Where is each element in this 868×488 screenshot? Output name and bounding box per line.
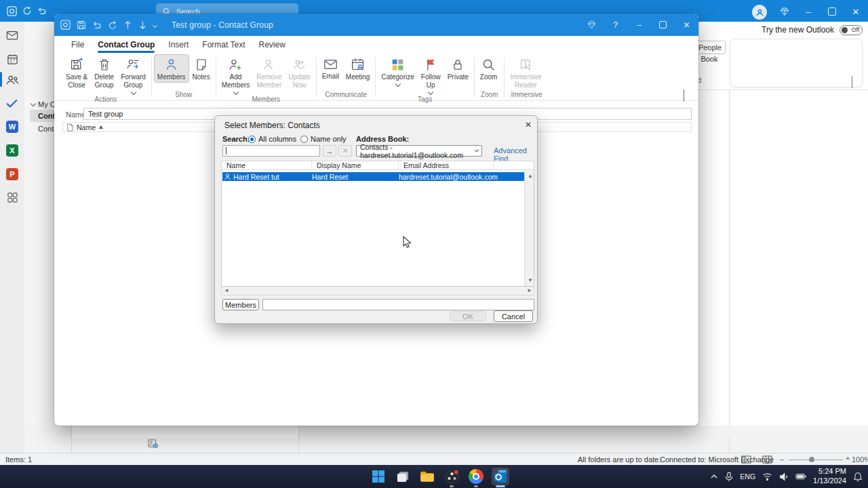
- scroll-down-icon[interactable]: ▼: [528, 278, 533, 283]
- main-maximize-button[interactable]: [825, 5, 839, 18]
- radio-all-columns[interactable]: [248, 136, 256, 143]
- tab-file[interactable]: File: [64, 37, 91, 54]
- save-close-button[interactable]: Save & Close: [62, 54, 91, 91]
- start-button[interactable]: [370, 468, 387, 485]
- window-gem-icon[interactable]: [580, 14, 604, 36]
- help-button[interactable]: ?: [604, 14, 627, 36]
- tab-contact-group[interactable]: Contact Group: [91, 37, 161, 54]
- zoom-out-button[interactable]: –: [780, 455, 784, 463]
- radio-all-columns-label[interactable]: All columns: [258, 135, 296, 143]
- connection-status: Connected to: Microsoft Exchange: [660, 455, 774, 464]
- dialog-close-button[interactable]: ✕: [521, 119, 535, 131]
- undo-icon[interactable]: [92, 20, 102, 30]
- main-minimize-button[interactable]: –: [802, 5, 815, 18]
- results-table-header[interactable]: Name Display Name Email Address: [221, 161, 534, 170]
- column-name[interactable]: Name: [222, 161, 311, 169]
- members-input[interactable]: [262, 299, 534, 310]
- layout-columns-icon[interactable]: [762, 455, 772, 464]
- tray-chevron-up-icon[interactable]: [710, 473, 718, 480]
- radio-name-only[interactable]: [300, 136, 308, 143]
- radio-name-only-label[interactable]: Name only: [311, 135, 347, 143]
- minimize-button[interactable]: –: [627, 14, 651, 36]
- ribbon-collapse-chevron-icon[interactable]: [852, 76, 852, 88]
- delete-group-button[interactable]: Delete Group: [91, 54, 117, 91]
- main-close-button[interactable]: ✕: [849, 5, 863, 18]
- excel-icon[interactable]: X: [5, 144, 19, 157]
- zoom-button[interactable]: Zoom: [477, 54, 501, 83]
- remove-member-button: Remove Member: [253, 54, 285, 91]
- tab-review[interactable]: Review: [252, 37, 292, 54]
- active-indicator: [496, 485, 505, 487]
- sync-icon[interactable]: [22, 6, 32, 16]
- scroll-right-icon[interactable]: ►: [527, 288, 532, 293]
- chrome-icon[interactable]: [467, 468, 485, 485]
- account-avatar[interactable]: [752, 5, 767, 20]
- zoom-in-button[interactable]: +: [846, 454, 850, 462]
- members-view-button[interactable]: Members: [154, 54, 189, 83]
- new-outlook-toggle[interactable]: Off: [840, 25, 863, 35]
- more-apps-icon[interactable]: [5, 190, 19, 204]
- zoom-slider-thumb[interactable]: [809, 457, 814, 462]
- go-button[interactable]: →: [323, 145, 336, 157]
- redo-icon[interactable]: [108, 20, 117, 30]
- vertical-scrollbar[interactable]: ▲ ▼: [524, 171, 534, 286]
- dropdown-chevron-icon: [130, 89, 136, 94]
- dialog-search-input[interactable]: [222, 145, 320, 157]
- maximize-button[interactable]: [651, 14, 675, 36]
- add-members-button[interactable]: Add Members: [218, 54, 254, 96]
- battery-icon[interactable]: [795, 473, 806, 480]
- ok-button: OK: [450, 311, 486, 321]
- scroll-up-icon[interactable]: ▲: [528, 174, 533, 179]
- notes-view-button[interactable]: Notes: [189, 54, 214, 83]
- remove-member-icon: [262, 58, 276, 72]
- results-list[interactable]: Hard Reset tut Hard Reset hardreset.tuto…: [221, 170, 534, 287]
- obs-icon[interactable]: [443, 468, 460, 485]
- microphone-icon[interactable]: [725, 472, 733, 482]
- mail-icon[interactable]: [5, 28, 19, 42]
- horizontal-scrollbar[interactable]: ◄ ►: [221, 287, 534, 296]
- private-button[interactable]: Private: [444, 54, 472, 83]
- language-indicator[interactable]: ENG: [740, 472, 755, 481]
- clear-search-button: ✕: [338, 145, 352, 157]
- speaker-icon[interactable]: [779, 472, 789, 481]
- wifi-icon[interactable]: [762, 472, 772, 481]
- outlook-taskbar-icon[interactable]: [492, 468, 509, 485]
- taskbar: ENG 5:24 PM 1/13/2024: [0, 465, 868, 488]
- follow-up-button[interactable]: Follow Up: [418, 54, 444, 96]
- move-up-icon[interactable]: [123, 20, 132, 30]
- people-icon[interactable]: [5, 73, 19, 87]
- calendar-icon[interactable]: [5, 52, 19, 66]
- app-icon: [60, 20, 71, 30]
- reading-pane-layout-icon[interactable]: [741, 455, 751, 464]
- move-down-icon[interactable]: [138, 20, 147, 30]
- premium-gem-icon[interactable]: [778, 5, 791, 18]
- powerpoint-icon[interactable]: P: [5, 167, 19, 181]
- tab-format-text[interactable]: Format Text: [195, 37, 252, 54]
- contact-row-selected[interactable]: Hard Reset tut Hard Reset hardreset.tuto…: [222, 172, 524, 181]
- todo-icon[interactable]: [5, 96, 19, 110]
- zoom-slider-track[interactable]: [789, 460, 843, 460]
- close-button[interactable]: ✕: [675, 14, 698, 36]
- members-button[interactable]: Members: [222, 299, 259, 310]
- email-button[interactable]: Email: [319, 54, 342, 82]
- ribbon-collapse-chevron-icon[interactable]: [684, 89, 684, 102]
- save-icon[interactable]: [77, 20, 86, 30]
- column-email-address[interactable]: Email Address: [398, 161, 493, 169]
- scroll-left-icon[interactable]: ◄: [224, 288, 229, 293]
- update-now-button: Update Now: [285, 54, 314, 91]
- file-explorer-icon[interactable]: [418, 468, 436, 485]
- undo-icon[interactable]: [37, 6, 47, 16]
- address-book-dropdown[interactable]: Contacts - hardreset.tutorial1@outlook.c…: [356, 145, 482, 157]
- column-display-name[interactable]: Display Name: [311, 161, 398, 169]
- word-icon[interactable]: W: [5, 120, 19, 134]
- qat-customize-chevron-icon[interactable]: [153, 22, 157, 27]
- notifications-bell-icon[interactable]: [853, 472, 863, 482]
- tab-insert[interactable]: Insert: [161, 37, 195, 54]
- task-view-button[interactable]: [394, 468, 412, 485]
- taskbar-clock[interactable]: 5:24 PM 1/13/2024: [813, 467, 846, 486]
- cancel-button[interactable]: Cancel: [494, 310, 533, 322]
- zoom-percentage[interactable]: 100%: [852, 455, 868, 464]
- categorize-button[interactable]: Categorize: [378, 54, 417, 87]
- meeting-button[interactable]: Meeting: [342, 54, 374, 83]
- forward-group-button[interactable]: Forward Group: [117, 54, 149, 96]
